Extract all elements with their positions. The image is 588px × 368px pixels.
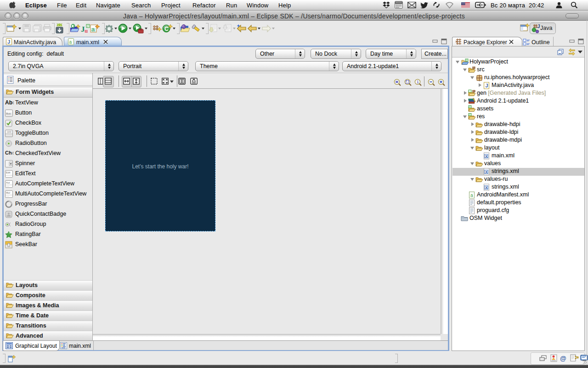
svg-text:X: X [485, 185, 488, 190]
svg-text:a: a [470, 193, 473, 198]
svg-text:X: X [485, 170, 488, 174]
svg-text:J: J [486, 83, 488, 88]
svg-text:X: X [485, 154, 488, 159]
